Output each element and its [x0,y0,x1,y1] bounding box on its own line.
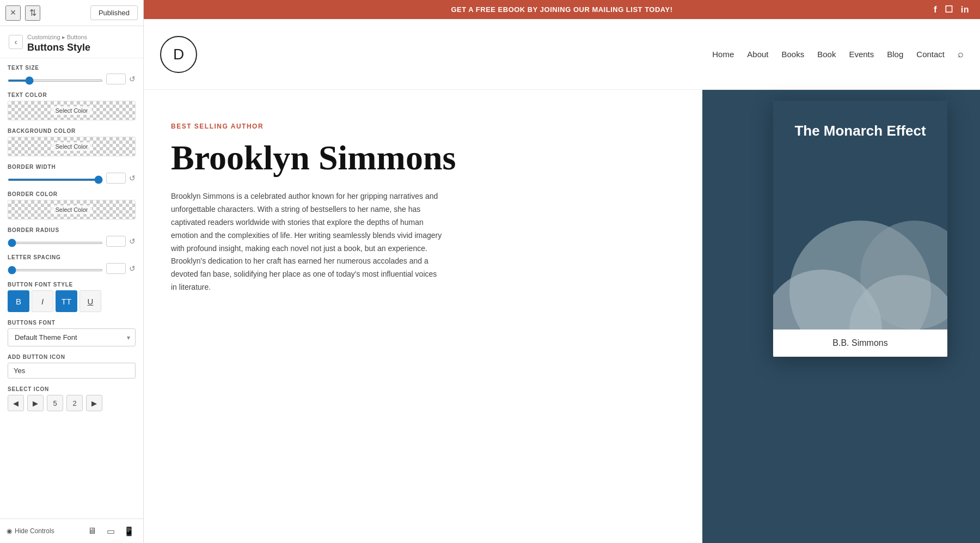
book-cover-bottom: B.B. Simmons [773,330,947,357]
text-size-group: TEXT SIZE 14 ↺ [8,65,136,84]
preview-area: GET A FREE EBOOK BY JOINING OUR MAILING … [144,0,980,543]
eye-icon: ◉ [7,527,12,535]
bottom-bar: ◉ Hide Controls 🖥 ▭ 📱 [0,518,143,543]
bg-color-swatch-label: Select Color [51,142,93,151]
book-card: The Monarch Effect B.B. Simmons [773,101,947,357]
nav-book[interactable]: Book [817,50,836,59]
linkedin-icon[interactable]: in [961,5,969,15]
published-button[interactable]: Published [90,5,138,20]
text-size-value[interactable]: 14 [106,74,126,84]
bold-button[interactable]: B [8,290,29,312]
nav-events[interactable]: Events [849,50,874,59]
history-arrows-button[interactable]: ⇅ [25,5,40,21]
bg-color-swatch[interactable]: Select Color [8,137,136,156]
text-color-group: TEXT COLOR Select Color [8,92,136,120]
hero-title: Brooklyn Simmons [171,139,675,177]
icon-btn-3[interactable]: 5 [47,395,63,411]
hero-subtitle: BEST SELLING AUTHOR [171,123,675,130]
border-width-slider[interactable] [8,179,103,181]
border-radius-group: BORDER RADIUS 0 ↺ [8,227,136,247]
icon-row: ◀ ▶ 5 2 ▶ [8,395,136,411]
controls-area: TEXT SIZE 14 ↺ TEXT COLOR Select Color B… [0,58,143,518]
select-icon-label: SELECT ICON [8,386,136,392]
border-width-value[interactable]: 2 [106,173,126,184]
banner-container: GET A FREE EBOOK BY JOINING OUR MAILING … [144,0,980,19]
facebook-icon[interactable]: f [934,4,937,15]
text-color-swatch[interactable]: Select Color [8,101,136,120]
border-color-label: BORDER COLOR [8,191,136,197]
font-select-wrap: Default Theme Font ▾ [8,328,136,346]
nav-blog[interactable]: Blog [887,50,903,59]
desktop-button[interactable]: 🖥 [84,523,100,539]
border-radius-value[interactable]: 0 [106,236,126,247]
nav-bar: D Home About Books Book Events Blog Cont… [144,19,980,90]
hide-controls-button[interactable]: ◉ Hide Controls [7,527,54,535]
breadcrumb-title: Buttons Style [27,42,90,53]
hero-left: BEST SELLING AUTHOR Brooklyn Simmons Bro… [144,90,702,543]
font-select[interactable]: Default Theme Font [8,328,136,346]
nav-contact[interactable]: Contact [916,50,945,59]
icon-btn-4[interactable]: 2 [66,395,83,411]
close-button[interactable]: × [5,5,21,21]
border-width-reset[interactable]: ↺ [129,174,136,182]
breadcrumb-area: ‹ Customizing ▸ Buttons Buttons Style [0,26,143,58]
nav-home[interactable]: Home [712,50,734,59]
left-panel: × ⇅ Published ‹ Customizing ▸ Buttons Bu… [0,0,144,543]
border-radius-slider[interactable] [8,242,103,244]
mobile-button[interactable]: 📱 [121,523,137,539]
buttons-font-label: BUTTONS FONT [8,320,136,326]
border-color-swatch[interactable]: Select Color [8,200,136,219]
logo: D [160,36,197,73]
letter-spacing-reset[interactable]: ↺ [129,264,136,273]
text-size-slider[interactable] [8,80,103,82]
nav-links: Home About Books Book Events Blog Contac… [712,48,964,60]
border-radius-reset[interactable]: ↺ [129,237,136,246]
letter-spacing-group: LETTER SPACING 0 ↺ [8,254,136,274]
border-width-group: BORDER WIDTH 2 ↺ [8,164,136,184]
italic-button[interactable]: I [32,290,53,312]
border-width-label: BORDER WIDTH [8,164,136,170]
text-color-swatch-label: Select Color [51,106,93,115]
bg-color-group: BACKGROUND COLOR Select Color [8,128,136,156]
letter-spacing-label: LETTER SPACING [8,254,136,260]
icon-btn-2[interactable]: ▶ [27,395,44,411]
font-style-label: BUTTON FONT STYLE [8,282,136,288]
top-banner: GET A FREE EBOOK BY JOINING OUR MAILING … [144,0,980,19]
top-bar: × ⇅ Published [0,0,143,26]
icon-btn-5[interactable]: ▶ [86,395,102,411]
border-width-row: 2 ↺ [8,173,136,184]
border-radius-row: 0 ↺ [8,236,136,247]
add-button-icon-input[interactable] [8,363,136,379]
hero-section: BEST SELLING AUTHOR Brooklyn Simmons Bro… [144,90,980,543]
text-color-label: TEXT COLOR [8,92,136,98]
add-button-icon-label: ADD BUTTON ICON [8,354,136,360]
font-style-row: B I TT U [8,290,136,312]
tt-button[interactable]: TT [56,290,77,312]
back-button[interactable]: ‹ [9,35,23,49]
tablet-button[interactable]: ▭ [103,523,118,539]
hero-body: Brooklyn Simmons is a celebrated author … [171,190,443,294]
icon-btn-1[interactable]: ◀ [8,395,24,411]
add-button-icon-group: ADD BUTTON ICON [8,354,136,379]
letter-spacing-row: 0 ↺ [8,263,136,274]
text-size-reset[interactable]: ↺ [129,75,136,83]
font-style-group: BUTTON FONT STYLE B I TT U [8,282,136,312]
text-size-row: 14 ↺ [8,74,136,84]
border-radius-label: BORDER RADIUS [8,227,136,233]
book-author: B.B. Simmons [782,338,939,348]
border-color-swatch-label: Select Color [51,205,93,214]
hero-right: The Monarch Effect B.B. Simmons [702,90,980,543]
search-icon[interactable]: ⌕ [958,48,964,60]
breadcrumb-nav[interactable]: Customizing ▸ Buttons [27,34,90,41]
letter-spacing-value[interactable]: 0 [106,263,126,274]
book-title: The Monarch Effect [784,123,936,139]
instagram-icon[interactable]: ☐ [945,4,953,15]
underline-button[interactable]: U [79,290,101,312]
letter-spacing-slider[interactable] [8,269,103,271]
border-color-group: BORDER COLOR Select Color [8,191,136,219]
nav-about[interactable]: About [747,50,768,59]
nav-books[interactable]: Books [782,50,805,59]
select-icon-group: SELECT ICON ◀ ▶ 5 2 ▶ [8,386,136,411]
breadcrumb-text: Customizing ▸ Buttons Buttons Style [27,34,90,53]
text-size-label: TEXT SIZE [8,65,136,71]
